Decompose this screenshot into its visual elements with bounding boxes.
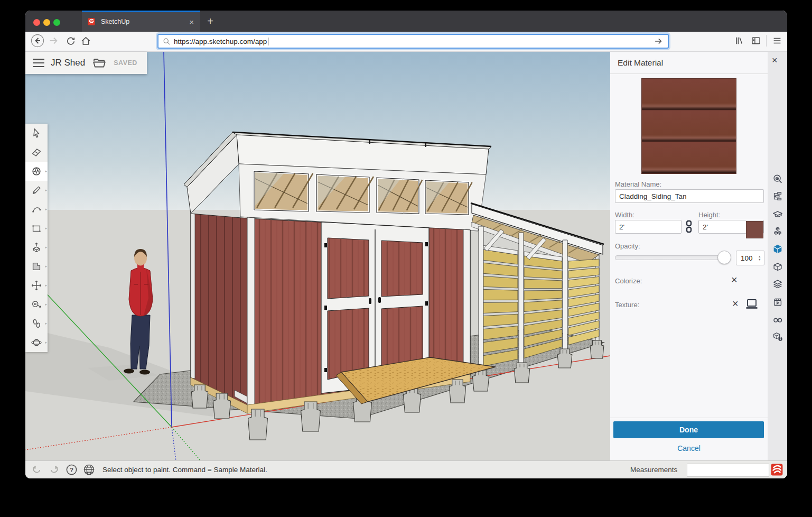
colorize-swatch[interactable] xyxy=(746,221,763,238)
material-name-input[interactable] xyxy=(615,189,764,203)
tool-orbit[interactable]: ▸ xyxy=(25,333,48,352)
browser-tab[interactable]: SketchUp × xyxy=(82,11,200,32)
colorize-reset-icon[interactable]: × xyxy=(731,274,738,286)
tool-select[interactable] xyxy=(25,124,48,143)
panel-header: Edit Material xyxy=(610,52,768,74)
sketchup-favicon xyxy=(87,17,96,26)
refresh-button[interactable] xyxy=(64,34,78,48)
flyout-chevron-icon: ▸ xyxy=(45,340,47,345)
close-panel-icon[interactable]: × xyxy=(772,55,778,66)
measurements-label: Measurements xyxy=(630,466,677,474)
model-canvas[interactable] xyxy=(25,52,610,461)
library-button[interactable] xyxy=(732,34,746,48)
texture-label: Texture: xyxy=(615,301,639,309)
zoom-window-button[interactable] xyxy=(53,19,60,26)
close-tab-icon[interactable]: × xyxy=(189,17,194,26)
width-input[interactable] xyxy=(615,220,682,234)
texture-remove-icon[interactable]: × xyxy=(732,298,739,310)
height-label: Height: xyxy=(698,211,720,219)
flyout-chevron-icon: ▸ xyxy=(45,188,47,192)
saved-status: SAVED xyxy=(114,59,137,67)
flyout-chevron-icon: ▸ xyxy=(45,302,47,307)
link-dimensions-icon[interactable] xyxy=(685,220,693,234)
opacity-spinner[interactable]: ▲▼ xyxy=(736,251,764,265)
material-texture-preview xyxy=(642,79,736,173)
nav-divider xyxy=(766,35,767,47)
opacity-label: Opacity: xyxy=(615,242,640,250)
texture-file-icon[interactable] xyxy=(745,298,759,310)
statusbar: ? Select object to paint. Command = Samp… xyxy=(25,460,787,478)
tab-materials[interactable] xyxy=(771,243,784,255)
search-icon xyxy=(163,38,171,45)
flyout-chevron-icon: ▸ xyxy=(45,321,47,326)
new-tab-button[interactable]: + xyxy=(204,15,217,27)
folder-icon[interactable] xyxy=(92,57,106,69)
home-button[interactable] xyxy=(79,34,92,48)
tab-title: SketchUp xyxy=(101,18,189,25)
flyout-chevron-icon: ▸ xyxy=(45,226,47,230)
flyout-chevron-icon: ▸ xyxy=(45,283,47,288)
tab-outliner[interactable] xyxy=(771,190,784,203)
tool-paint-bucket[interactable]: ▸ xyxy=(25,162,48,181)
done-button[interactable]: Done xyxy=(613,421,764,438)
material-name-label: Material Name: xyxy=(615,180,661,188)
browser-window: SketchUp × + https://app.sketchup.com/ap… xyxy=(25,11,787,478)
colorize-label: Colorize: xyxy=(615,277,642,285)
opacity-slider-track[interactable] xyxy=(615,255,728,260)
left-toolbar: ▸ ▸ ▸ ▸ ▸ ▸ ▸ ▸ xyxy=(25,124,48,352)
sketchup-logo xyxy=(770,463,783,476)
document-title: JR Shed xyxy=(51,58,85,68)
tool-tape-measure[interactable]: ▸ xyxy=(25,295,48,314)
menu-button[interactable] xyxy=(770,34,784,48)
tab-tags[interactable] xyxy=(771,278,784,291)
app-menu-icon[interactable] xyxy=(33,59,44,67)
tool-rectangle[interactable]: ▸ xyxy=(25,219,48,238)
close-window-button[interactable] xyxy=(33,19,40,26)
opacity-value-input[interactable] xyxy=(740,254,758,263)
measurements-input[interactable] xyxy=(687,464,769,477)
redo-icon[interactable] xyxy=(48,464,60,476)
right-panel-strip: × xyxy=(768,52,787,461)
minimize-window-button[interactable] xyxy=(43,19,50,26)
sidebar-toggle-button[interactable] xyxy=(749,34,763,48)
tool-move[interactable]: ▸ xyxy=(25,276,48,295)
tool-eraser[interactable] xyxy=(25,143,48,162)
width-label: Width: xyxy=(615,211,634,219)
go-arrow-icon[interactable] xyxy=(653,36,664,47)
tab-model-info[interactable] xyxy=(771,330,784,343)
panel-title: Edit Material xyxy=(618,58,663,68)
tab-components[interactable] xyxy=(771,225,784,238)
opacity-slider-thumb[interactable] xyxy=(717,251,731,264)
tool-offset[interactable]: ▸ xyxy=(25,257,48,276)
flyout-chevron-icon: ▸ xyxy=(45,207,47,211)
cancel-link[interactable]: Cancel xyxy=(610,444,768,453)
svg-text:?: ? xyxy=(69,467,73,473)
flyout-chevron-icon: ▸ xyxy=(45,169,47,173)
tool-arc[interactable]: ▸ xyxy=(25,200,48,219)
tab-instructor[interactable] xyxy=(771,208,784,221)
shed-model-scene xyxy=(25,52,610,461)
forward-button[interactable] xyxy=(46,34,60,48)
url-text: https://app.sketchup.com/app xyxy=(174,38,653,45)
undo-icon[interactable] xyxy=(30,464,43,476)
help-icon[interactable]: ? xyxy=(65,464,78,476)
app-header: JR Shed SAVED xyxy=(25,52,147,74)
tab-scenes[interactable] xyxy=(771,296,784,309)
tool-push-pull[interactable]: ▸ xyxy=(25,238,48,257)
url-bar[interactable]: https://app.sketchup.com/app xyxy=(157,34,669,49)
tool-walk[interactable]: ▸ xyxy=(25,314,48,333)
globe-icon[interactable] xyxy=(82,464,95,476)
status-message: Select object to paint. Command = Sample… xyxy=(102,466,267,474)
opacity-stepper-icons[interactable]: ▲▼ xyxy=(758,255,761,261)
flyout-chevron-icon: ▸ xyxy=(45,264,47,269)
tab-styles[interactable] xyxy=(771,261,784,273)
edit-material-panel: Edit Material Material Name: Width: Heig… xyxy=(610,52,768,461)
tab-display[interactable] xyxy=(771,313,784,326)
tool-pencil[interactable]: ▸ xyxy=(25,181,48,200)
flyout-chevron-icon: ▸ xyxy=(45,245,47,250)
titlebar: SketchUp × + xyxy=(25,11,787,32)
panel-divider xyxy=(610,418,768,418)
tab-entity-info[interactable] xyxy=(771,173,784,186)
back-button[interactable] xyxy=(31,34,44,48)
